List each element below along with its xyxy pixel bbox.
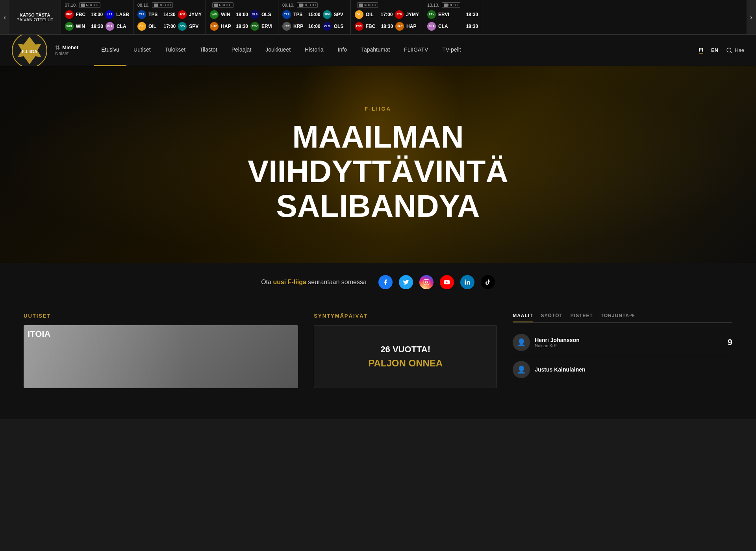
- date-group: 09.10.RUUTUTPS TPS 15:00SPV SPVKRP KRP 1…: [278, 0, 351, 35]
- news-image[interactable]: ITOIA: [24, 325, 298, 388]
- stats-players: 👤 Henri Johansson Nokian KrP 9 👤 Justus …: [513, 329, 732, 383]
- nav-link-tv-pelit[interactable]: TV-pelit: [435, 35, 468, 66]
- date-groups: 07.10.RUUTUFBC FBC 18:30LAS LASBWIN WIN …: [61, 0, 483, 35]
- hero-title-line3: SALIBANDYA: [248, 189, 508, 224]
- nav-link-etusivu[interactable]: Etusivu: [94, 35, 126, 66]
- hero-title-line1: MAAILMAN: [248, 120, 508, 154]
- match-score: 14:30: [163, 12, 176, 17]
- away-team: SPV: [334, 12, 346, 17]
- scores-next-button[interactable]: ›: [747, 0, 756, 35]
- hero-title-line2: VIIHDYTTÄVINTÄ: [248, 154, 508, 189]
- scores-bar: ‹ KATSO TÄSTÄ PÄIVÄN OTTELUT 07.10.RUUTU…: [0, 0, 756, 35]
- match-score: 18:30: [466, 24, 478, 29]
- nav-links: EtusivuUutisetTuloksetTilastotPelaajatJo…: [94, 35, 699, 66]
- nav-link-uutiset[interactable]: Uutiset: [126, 35, 158, 66]
- away-logo: SPV: [323, 10, 332, 19]
- gender-switch[interactable]: ⇅ Miehet Naiset: [55, 44, 78, 56]
- match-row[interactable]: WIN WIN 18:00OLS OLS: [206, 9, 278, 20]
- home-team: OIL: [148, 24, 161, 29]
- away-team: OLS: [261, 12, 274, 17]
- home-logo: OIL: [137, 22, 146, 31]
- stats-tab-pisteet[interactable]: PISTEET: [571, 313, 593, 322]
- match-row[interactable]: KRP KRP 16:00OLS OLS: [278, 20, 350, 32]
- match-score: 18:30: [466, 12, 478, 17]
- match-score: 16:00: [308, 24, 321, 29]
- nav-link-tapahtumat[interactable]: Tapahtumat: [354, 35, 397, 66]
- date-group: 13.10.RUUTERV ERVI 18:30CLA CLA 18:30: [423, 0, 482, 35]
- search-icon: [726, 47, 732, 54]
- away-team: SPV: [189, 24, 202, 29]
- lang-fi-button[interactable]: FI: [699, 47, 704, 54]
- navbar: F-LIIGA ⇅ Miehet Naiset EtusivuUutisetTu…: [0, 35, 756, 66]
- stat-row: 👤 Henri Johansson Nokian KrP 9: [513, 329, 732, 356]
- nav-link-historia[interactable]: Historia: [298, 35, 330, 66]
- away-logo: JYM: [178, 10, 187, 19]
- home-team: KRP: [293, 24, 306, 29]
- bottom-section: UUTISET ITOIA SYNTYMÄPÄIVÄT 26 VUOTTA! P…: [0, 301, 756, 419]
- svg-point-9: [465, 279, 466, 281]
- home-logo: HAP: [210, 22, 219, 31]
- match-row[interactable]: TPS TPS 15:00SPV SPV: [278, 9, 350, 20]
- search-label: Hae: [735, 47, 744, 53]
- nav-link-info[interactable]: Info: [331, 35, 354, 66]
- social-text-before: Ota: [261, 279, 273, 285]
- nav-link-tilastot[interactable]: Tilastot: [193, 35, 224, 66]
- away-team: HAP: [406, 24, 419, 29]
- match-row[interactable]: FBC FBC 18:30LAS LASB: [61, 9, 133, 20]
- away-logo: LAS: [105, 10, 114, 19]
- stats-tab-maalit[interactable]: MAALIT: [513, 313, 533, 322]
- home-logo: FBC: [65, 10, 74, 19]
- social-icons: [378, 275, 495, 289]
- facebook-icon[interactable]: [378, 275, 393, 289]
- match-row[interactable]: CLA CLA 18:30: [423, 20, 482, 32]
- away-logo: HAP: [395, 22, 404, 31]
- home-logo: ERV: [427, 10, 436, 19]
- match-row[interactable]: ERV ERVI 18:30: [423, 9, 482, 20]
- twitter-icon[interactable]: [399, 275, 413, 289]
- social-text: Ota uusi F-liiga seurantaan somessa: [261, 279, 367, 286]
- home-logo: WIN: [210, 10, 219, 19]
- birthday-age: 26 VUOTTA!: [380, 344, 430, 355]
- hero-section: F-LIIGA MAAILMAN VIIHDYTTÄVINTÄ SALIBAND…: [0, 66, 756, 263]
- social-text-after: seurantaan somessa: [306, 279, 367, 285]
- away-team: JYMY: [189, 12, 202, 17]
- away-logo: OLS: [250, 10, 259, 19]
- match-row[interactable]: FBC FBC 18:30HAP HAP: [351, 20, 423, 32]
- nav-right: FI EN Hae: [699, 47, 744, 54]
- linkedin-icon[interactable]: [460, 275, 474, 289]
- home-team: OIL: [366, 12, 378, 17]
- social-bar: Ota uusi F-liiga seurantaan somessa: [0, 263, 756, 301]
- away-team: LASB: [116, 12, 129, 17]
- home-logo: KRP: [282, 22, 291, 31]
- home-logo: FBC: [355, 22, 363, 31]
- date-group: 07.10.RUUTUFBC FBC 18:30LAS LASBWIN WIN …: [61, 0, 133, 35]
- watch-today-button[interactable]: KATSO TÄSTÄ PÄIVÄN OTTELUT: [9, 0, 61, 35]
- nav-link-pelaajat[interactable]: Pelaajat: [224, 35, 259, 66]
- match-row[interactable]: TPS TPS 14:30JYM JYMY: [133, 9, 206, 20]
- nav-link-tulokset[interactable]: Tulokset: [158, 35, 193, 66]
- stats-tab-torjunta-%[interactable]: TORJUNTA-%: [601, 313, 636, 322]
- site-logo[interactable]: F-LIIGA: [12, 33, 47, 68]
- youtube-icon[interactable]: [440, 275, 454, 289]
- stats-tab-syötöt[interactable]: SYÖTÖT: [541, 313, 562, 322]
- lang-en-button[interactable]: EN: [711, 47, 718, 53]
- match-score: 17:00: [381, 12, 393, 17]
- instagram-icon[interactable]: [419, 275, 434, 289]
- nav-link-joukkueet[interactable]: Joukkueet: [258, 35, 298, 66]
- home-team: FBC: [366, 24, 378, 29]
- scores-prev-button[interactable]: ‹: [0, 0, 9, 35]
- match-row[interactable]: HAP HAP 18:30ERV ERVI: [206, 20, 278, 32]
- search-button[interactable]: Hae: [726, 47, 744, 54]
- scores-scroll: KATSO TÄSTÄ PÄIVÄN OTTELUT 07.10.RUUTUFB…: [9, 0, 747, 35]
- tiktok-icon[interactable]: [481, 275, 495, 289]
- home-team: HAP: [221, 24, 233, 29]
- swap-icon: ⇅: [55, 44, 60, 51]
- date-group: 08.10.RUUTUTPS TPS 14:30JYM JYMYOIL OIL …: [133, 0, 206, 35]
- home-team: CLA: [438, 24, 451, 29]
- home-team: TPS: [293, 12, 306, 17]
- match-row[interactable]: OIL OIL 17:00SPV SPV: [133, 20, 206, 32]
- match-row[interactable]: OIL OIL 17:00JYM JYMY: [351, 9, 423, 20]
- match-row[interactable]: WIN WIN 18:30CLA CLA: [61, 20, 133, 32]
- social-link[interactable]: uusi F-liiga: [273, 279, 306, 285]
- nav-link-fliigatv[interactable]: FLIIGATV: [397, 35, 435, 66]
